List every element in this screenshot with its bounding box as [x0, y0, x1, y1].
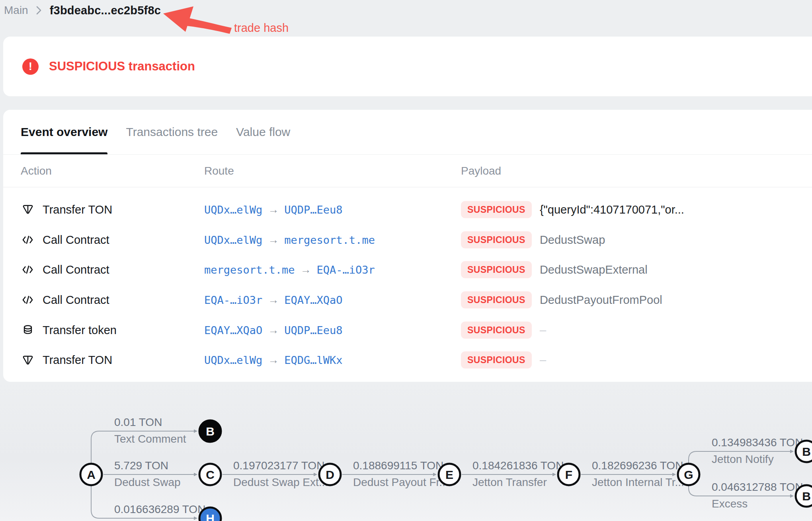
- breadcrumb: Main f3bdeabc...ec2b5f8c: [4, 2, 161, 18]
- graph-node-C[interactable]: C: [199, 464, 221, 485]
- action-label: Call Contract: [43, 263, 109, 276]
- edge-type-label: Jetton Transfer: [472, 476, 547, 488]
- node-letter: E: [445, 468, 453, 481]
- payload-text: DedustSwap: [540, 233, 605, 246]
- column-header-payload: Payload: [461, 155, 501, 187]
- table-header: Action Route Payload: [3, 155, 812, 187]
- route-to-link[interactable]: UQDP…Eeu8: [284, 324, 342, 336]
- route-from-link[interactable]: EQA-…iO3r: [204, 294, 262, 306]
- action-label: Transfer TON: [43, 354, 112, 367]
- payload-cell: SUSPICIOUS–: [461, 352, 546, 369]
- tab-value-flow[interactable]: Value flow: [236, 110, 290, 154]
- arrow-right-icon: →: [268, 203, 279, 216]
- payload-text: –: [540, 354, 546, 367]
- route-cell: EQA-…iO3r→EQAY…XQaO: [204, 294, 343, 306]
- route-to-link[interactable]: mergesort.t.me: [284, 233, 375, 246]
- action-label: Transfer token: [43, 323, 117, 336]
- arrow-right-icon: →: [268, 324, 279, 336]
- route-from-link[interactable]: UQDx…elWg: [204, 203, 262, 216]
- route-to-link[interactable]: UQDP…Eeu8: [284, 203, 342, 216]
- tab-transactions-tree[interactable]: Transactions tree: [126, 110, 218, 154]
- graph-node-D[interactable]: D: [319, 464, 341, 485]
- suspicious-badge: SUSPICIOUS: [461, 352, 532, 369]
- code-icon: [21, 233, 34, 246]
- edge-type-label: Text Comment: [114, 433, 186, 445]
- value-flow-graph: 0.01 TONText Comment5.729 TONDedust Swap…: [0, 382, 812, 521]
- action-label: Call Contract: [43, 233, 109, 246]
- tab-event-overview[interactable]: Event overview: [21, 110, 107, 154]
- table-row: Call ContractEQA-…iO3r→EQAY…XQaOSUSPICIO…: [3, 285, 812, 315]
- graph-edge-F-G: 0.182696236 TONJetton Internal Tr...: [581, 459, 684, 488]
- route-cell: UQDx…elWg→EQDG…lWKx: [204, 354, 343, 366]
- edge-type-label: Dedust Swap Ext...: [233, 476, 328, 488]
- tab-bar: Event overviewTransactions treeValue flo…: [21, 110, 290, 154]
- graph-node-A[interactable]: A: [80, 464, 102, 485]
- action-label: Call Contract: [43, 293, 109, 306]
- graph-edge-A-B1: 0.01 TONText Comment: [91, 416, 197, 464]
- trade-hash: f3bdeabc...ec2b5f8c: [50, 4, 161, 17]
- graph-node-F[interactable]: F: [558, 464, 580, 485]
- edge-type-label: Dedust Payout Fr...: [353, 476, 449, 488]
- tab-label: Event overview: [21, 125, 107, 139]
- node-letter: B: [206, 425, 215, 438]
- alert-card: ! SUSPICIOUS transaction: [3, 37, 812, 96]
- code-icon: [21, 264, 34, 276]
- ton-icon: [21, 354, 34, 366]
- token-icon: [21, 324, 34, 336]
- route-cell: UQDx…elWg→UQDP…Eeu8: [204, 203, 343, 216]
- action-cell: Call Contract: [21, 263, 109, 276]
- node-letter: H: [206, 512, 215, 521]
- graph-edge-C-D: 0.197023177 TONDedust Swap Ext...: [223, 459, 328, 488]
- edge-value-label: 0.184261836 TON: [472, 459, 564, 472]
- graph-edge-G-B3: 0.046312788 TONExcess: [689, 481, 803, 510]
- suspicious-badge: SUSPICIOUS: [461, 261, 532, 278]
- suspicious-badge: SUSPICIOUS: [461, 321, 532, 338]
- route-from-link[interactable]: UQDx…elWg: [204, 233, 262, 246]
- arrow-right-icon: →: [268, 354, 279, 366]
- node-letter: A: [87, 468, 96, 481]
- route-from-link[interactable]: mergesort.t.me: [204, 264, 295, 276]
- node-letter: D: [326, 468, 334, 481]
- graph-edge-D-E: 0.188699115 TONDedust Payout Fr...: [342, 459, 449, 488]
- edge-type-label: Dedust Swap: [114, 476, 181, 488]
- route-from-link[interactable]: EQAY…XQaO: [204, 324, 262, 336]
- node-letter: B: [802, 490, 811, 503]
- chevron-right-icon: [36, 6, 42, 15]
- breadcrumb-main-link[interactable]: Main: [4, 4, 28, 17]
- annotation-arrow-icon: [159, 4, 239, 37]
- graph-node-E[interactable]: E: [439, 464, 460, 485]
- suspicious-badge: SUSPICIOUS: [461, 231, 532, 248]
- action-cell: Transfer TON: [21, 354, 112, 367]
- payload-cell: SUSPICIOUS–: [461, 321, 546, 338]
- route-cell: EQAY…XQaO→UQDP…Eeu8: [204, 324, 343, 336]
- route-from-link[interactable]: UQDx…elWg: [204, 354, 262, 366]
- route-to-link[interactable]: EQA-…iO3r: [317, 264, 375, 276]
- edge-value-label: 0.182696236 TON: [592, 459, 683, 472]
- action-cell: Call Contract: [21, 233, 109, 246]
- arrow-right-icon: →: [268, 294, 279, 306]
- event-card: Event overviewTransactions treeValue flo…: [3, 110, 812, 382]
- payload-cell: SUSPICIOUSDedustPayoutFromPool: [461, 291, 662, 308]
- suspicious-badge: SUSPICIOUS: [461, 291, 532, 308]
- payload-text: –: [540, 323, 546, 336]
- payload-cell: SUSPICIOUSDedustSwap: [461, 231, 605, 248]
- edge-value-label: 0.01 TON: [114, 416, 162, 428]
- graph-node-B3[interactable]: B: [796, 485, 812, 507]
- arrow-right-icon: →: [268, 233, 279, 246]
- code-icon: [21, 294, 34, 306]
- graph-node-H[interactable]: H: [199, 507, 221, 521]
- route-to-link[interactable]: EQAY…XQaO: [284, 294, 342, 306]
- event-table-body: Transfer TONUQDx…elWg→UQDP…Eeu8SUSPICIOU…: [3, 194, 812, 375]
- edge-value-label: 0.046312788 TON: [712, 481, 803, 493]
- graph-edge-G-B2: 0.134983436 TONJetton Notify: [689, 436, 803, 465]
- table-row: Transfer tokenEQAY…XQaO→UQDP…Eeu8SUSPICI…: [3, 315, 812, 345]
- graph-edge-A-C: 5.729 TONDedust Swap: [103, 459, 197, 488]
- action-cell: Call Contract: [21, 293, 109, 306]
- graph-node-G[interactable]: G: [678, 464, 699, 485]
- graph-node-B2[interactable]: B: [796, 441, 812, 462]
- edge-value-label: 5.729 TON: [114, 459, 168, 472]
- ton-icon: [21, 203, 34, 216]
- graph-node-B1[interactable]: B: [199, 420, 221, 442]
- node-letter: C: [206, 468, 215, 481]
- route-to-link[interactable]: EQDG…lWKx: [284, 354, 342, 366]
